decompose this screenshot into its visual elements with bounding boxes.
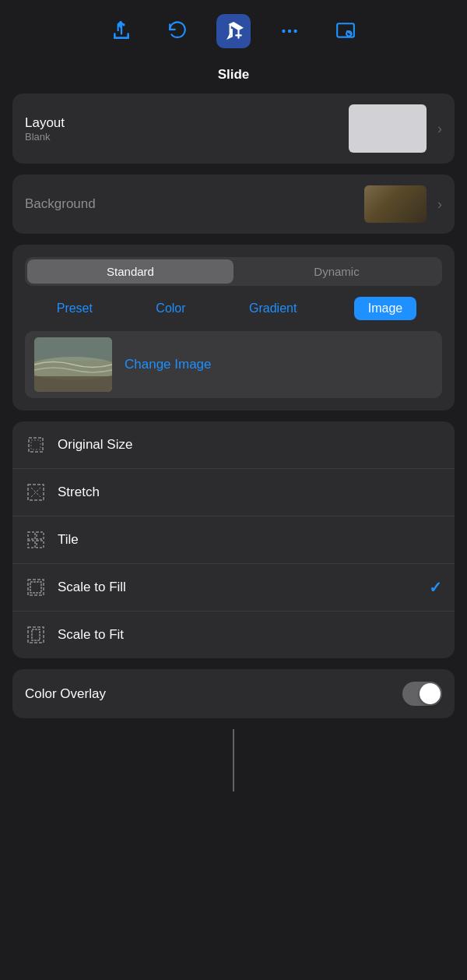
tab-image[interactable]: Image (354, 297, 416, 320)
tab-gradient[interactable]: Gradient (243, 298, 303, 319)
svg-point-0 (282, 30, 285, 33)
scale-to-fill-label: Scale to Fill (58, 580, 429, 595)
svg-rect-12 (28, 485, 44, 500)
tab-color[interactable]: Color (149, 298, 191, 319)
color-overlay-label: Color Overlay (25, 686, 402, 702)
background-type-tabs: Preset Color Gradient Image (25, 297, 442, 320)
svg-rect-15 (28, 541, 35, 548)
share-button[interactable] (104, 14, 139, 48)
scale-to-fill-checkmark: ✓ (429, 578, 442, 597)
undo-button[interactable] (160, 14, 195, 48)
standard-dynamic-toggle[interactable]: Standard Dynamic (25, 257, 442, 286)
preview-button[interactable] (328, 14, 363, 48)
svg-rect-14 (37, 532, 44, 539)
layout-subtitle: Blank (25, 131, 349, 143)
tile-label: Tile (58, 532, 442, 548)
svg-rect-18 (30, 582, 41, 593)
change-image-button[interactable]: Change Image (125, 357, 212, 372)
original-size-label: Original Size (58, 437, 442, 453)
format-button[interactable] (216, 14, 251, 48)
layout-title: Layout (25, 115, 349, 131)
svg-rect-16 (37, 541, 44, 548)
background-label: Background (25, 196, 364, 212)
svg-rect-9 (34, 376, 112, 392)
layout-text: Layout Blank (25, 115, 349, 143)
scale-to-fit-icon (25, 624, 47, 646)
toggle-knob (420, 683, 441, 704)
option-scale-to-fill[interactable]: Scale to Fill ✓ (12, 564, 455, 612)
layout-card[interactable]: Layout Blank › (12, 93, 455, 164)
svg-rect-20 (32, 629, 40, 640)
page-title: Slide (0, 59, 467, 93)
color-overlay-toggle[interactable] (402, 682, 442, 706)
color-overlay-row: Color Overlay (12, 669, 455, 718)
stretch-icon (25, 481, 47, 503)
background-card[interactable]: Background › (12, 174, 455, 234)
svg-rect-11 (31, 440, 40, 449)
more-button[interactable] (272, 14, 307, 48)
option-scale-to-fit[interactable]: Scale to Fit (12, 612, 455, 658)
background-thumbnail (364, 185, 427, 223)
option-original-size[interactable]: Original Size (12, 421, 455, 469)
standard-tab[interactable]: Standard (27, 259, 234, 284)
tab-preset[interactable]: Preset (51, 298, 99, 319)
scale-to-fit-label: Scale to Fit (58, 627, 442, 643)
scale-to-fill-icon (25, 576, 47, 598)
background-chevron: › (437, 196, 442, 213)
svg-point-2 (293, 30, 297, 33)
svg-point-1 (288, 30, 291, 33)
toolbar (0, 0, 467, 59)
bottom-line (233, 729, 234, 791)
layout-chevron: › (437, 121, 442, 137)
layout-thumbnail (349, 104, 427, 153)
image-row: Change Image (25, 331, 442, 398)
option-tile[interactable]: Tile (12, 516, 455, 564)
tile-icon (25, 529, 47, 551)
size-options-list: Original Size Stretch Tile (12, 421, 455, 658)
option-stretch[interactable]: Stretch (12, 469, 455, 516)
original-size-icon (25, 434, 47, 456)
svg-rect-13 (28, 532, 35, 539)
stretch-label: Stretch (58, 485, 442, 500)
dynamic-tab[interactable]: Dynamic (234, 259, 440, 284)
image-preview (34, 337, 112, 392)
background-panel: Standard Dynamic Preset Color Gradient I… (12, 245, 455, 411)
